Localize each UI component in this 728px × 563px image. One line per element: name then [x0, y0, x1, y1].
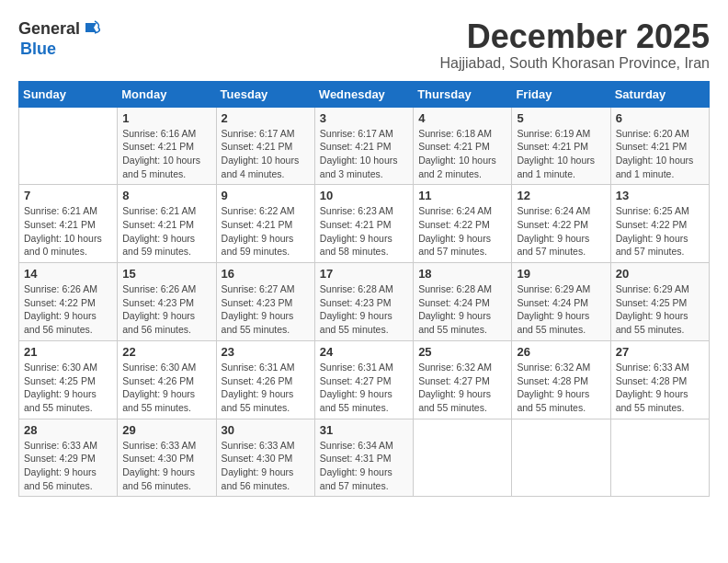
calendar-week-5: 28Sunrise: 6:33 AMSunset: 4:29 PMDayligh…	[19, 419, 710, 497]
day-info: Sunrise: 6:21 AMSunset: 4:21 PMDaylight:…	[24, 204, 112, 259]
day-info: Sunrise: 6:24 AMSunset: 4:22 PMDaylight:…	[517, 204, 605, 259]
calendar-cell: 11Sunrise: 6:24 AMSunset: 4:22 PMDayligh…	[414, 185, 512, 263]
calendar-cell: 23Sunrise: 6:31 AMSunset: 4:26 PMDayligh…	[216, 340, 314, 419]
calendar-cell: 20Sunrise: 6:29 AMSunset: 4:25 PMDayligh…	[610, 263, 709, 341]
calendar-cell: 7Sunrise: 6:21 AMSunset: 4:21 PMDaylight…	[19, 185, 118, 263]
calendar-cell: 6Sunrise: 6:20 AMSunset: 4:21 PMDaylight…	[610, 107, 709, 185]
day-number: 25	[418, 345, 506, 359]
day-number: 30	[222, 423, 310, 437]
day-info: Sunrise: 6:28 AMSunset: 4:24 PMDaylight:…	[418, 282, 506, 337]
header-tuesday: Tuesday	[216, 81, 314, 107]
calendar-cell: 3Sunrise: 6:17 AMSunset: 4:21 PMDaylight…	[314, 107, 413, 185]
day-info: Sunrise: 6:29 AMSunset: 4:24 PMDaylight:…	[517, 282, 605, 337]
day-number: 3	[320, 111, 408, 125]
day-number: 16	[222, 267, 310, 281]
day-number: 8	[122, 189, 210, 202]
calendar-cell: 15Sunrise: 6:26 AMSunset: 4:23 PMDayligh…	[118, 263, 216, 341]
day-info: Sunrise: 6:33 AMSunset: 4:29 PMDaylight:…	[24, 439, 112, 493]
title-section: December 2025 Hajjiabad, South Khorasan …	[439, 18, 710, 72]
day-info: Sunrise: 6:30 AMSunset: 4:26 PMDaylight:…	[122, 361, 210, 415]
day-number: 18	[418, 267, 506, 281]
header-thursday: Thursday	[414, 81, 512, 107]
day-info: Sunrise: 6:28 AMSunset: 4:23 PMDaylight:…	[320, 282, 408, 337]
day-info: Sunrise: 6:16 AMSunset: 4:21 PMDaylight:…	[122, 127, 210, 181]
calendar-cell: 30Sunrise: 6:33 AMSunset: 4:30 PMDayligh…	[216, 419, 314, 497]
calendar-cell: 31Sunrise: 6:34 AMSunset: 4:31 PMDayligh…	[314, 419, 413, 497]
page-header: General Blue December 2025 Hajjiabad, So…	[18, 18, 710, 72]
calendar-week-3: 14Sunrise: 6:26 AMSunset: 4:22 PMDayligh…	[19, 263, 710, 341]
day-number: 20	[616, 267, 704, 281]
calendar-cell: 17Sunrise: 6:28 AMSunset: 4:23 PMDayligh…	[314, 263, 413, 341]
day-info: Sunrise: 6:31 AMSunset: 4:27 PMDaylight:…	[320, 361, 408, 415]
calendar-cell: 10Sunrise: 6:23 AMSunset: 4:21 PMDayligh…	[314, 185, 413, 263]
day-number: 21	[24, 345, 112, 359]
calendar-week-2: 7Sunrise: 6:21 AMSunset: 4:21 PMDaylight…	[19, 185, 710, 263]
calendar-cell: 9Sunrise: 6:22 AMSunset: 4:21 PMDaylight…	[216, 185, 314, 263]
day-number: 31	[320, 423, 408, 437]
logo-flag-icon	[82, 18, 104, 40]
day-number: 14	[24, 267, 112, 281]
day-number: 23	[222, 345, 310, 359]
calendar-week-1: 1Sunrise: 6:16 AMSunset: 4:21 PMDaylight…	[19, 107, 710, 185]
day-info: Sunrise: 6:29 AMSunset: 4:25 PMDaylight:…	[616, 282, 704, 337]
day-number: 22	[122, 345, 210, 359]
day-number: 15	[122, 267, 210, 281]
day-info: Sunrise: 6:19 AMSunset: 4:21 PMDaylight:…	[517, 127, 605, 181]
day-number: 28	[24, 423, 112, 437]
day-info: Sunrise: 6:32 AMSunset: 4:28 PMDaylight:…	[517, 361, 605, 415]
calendar-cell: 13Sunrise: 6:25 AMSunset: 4:22 PMDayligh…	[610, 185, 709, 263]
calendar-cell: 1Sunrise: 6:16 AMSunset: 4:21 PMDaylight…	[118, 107, 216, 185]
day-number: 17	[320, 267, 408, 281]
header-monday: Monday	[118, 81, 216, 107]
day-number: 29	[122, 423, 210, 437]
calendar-cell	[610, 419, 709, 497]
calendar-cell: 2Sunrise: 6:17 AMSunset: 4:21 PMDaylight…	[216, 107, 314, 185]
day-info: Sunrise: 6:27 AMSunset: 4:23 PMDaylight:…	[222, 282, 310, 337]
calendar-cell: 18Sunrise: 6:28 AMSunset: 4:24 PMDayligh…	[414, 263, 512, 341]
calendar-cell: 12Sunrise: 6:24 AMSunset: 4:22 PMDayligh…	[512, 185, 610, 263]
day-number: 5	[517, 111, 605, 125]
calendar-cell	[414, 419, 512, 497]
day-info: Sunrise: 6:33 AMSunset: 4:30 PMDaylight:…	[122, 439, 210, 493]
calendar-cell: 27Sunrise: 6:33 AMSunset: 4:28 PMDayligh…	[610, 340, 709, 419]
calendar-cell: 29Sunrise: 6:33 AMSunset: 4:30 PMDayligh…	[118, 419, 216, 497]
day-number: 10	[320, 189, 408, 202]
calendar-cell	[512, 419, 610, 497]
calendar-cell: 16Sunrise: 6:27 AMSunset: 4:23 PMDayligh…	[216, 263, 314, 341]
day-number: 11	[418, 189, 506, 202]
calendar-cell: 24Sunrise: 6:31 AMSunset: 4:27 PMDayligh…	[314, 340, 413, 419]
header-friday: Friday	[512, 81, 610, 107]
calendar-cell: 28Sunrise: 6:33 AMSunset: 4:29 PMDayligh…	[19, 419, 118, 497]
location-title: Hajjiabad, South Khorasan Province, Iran	[439, 55, 710, 72]
day-info: Sunrise: 6:31 AMSunset: 4:26 PMDaylight:…	[222, 361, 310, 415]
day-number: 24	[320, 345, 408, 359]
day-info: Sunrise: 6:30 AMSunset: 4:25 PMDaylight:…	[24, 361, 112, 415]
day-number: 9	[222, 189, 310, 202]
day-number: 27	[616, 345, 704, 359]
day-info: Sunrise: 6:21 AMSunset: 4:21 PMDaylight:…	[122, 204, 210, 259]
day-number: 1	[122, 111, 210, 125]
calendar-cell: 26Sunrise: 6:32 AMSunset: 4:28 PMDayligh…	[512, 340, 610, 419]
day-info: Sunrise: 6:26 AMSunset: 4:22 PMDaylight:…	[24, 282, 112, 337]
day-number: 19	[517, 267, 605, 281]
calendar-cell: 14Sunrise: 6:26 AMSunset: 4:22 PMDayligh…	[19, 263, 118, 341]
calendar-header-row: SundayMondayTuesdayWednesdayThursdayFrid…	[19, 81, 710, 107]
logo-blue: Blue	[20, 40, 56, 58]
header-saturday: Saturday	[610, 81, 709, 107]
calendar-cell: 8Sunrise: 6:21 AMSunset: 4:21 PMDaylight…	[118, 185, 216, 263]
day-number: 2	[222, 111, 310, 125]
day-info: Sunrise: 6:33 AMSunset: 4:30 PMDaylight:…	[222, 439, 310, 493]
day-info: Sunrise: 6:17 AMSunset: 4:21 PMDaylight:…	[222, 127, 310, 181]
day-info: Sunrise: 6:26 AMSunset: 4:23 PMDaylight:…	[122, 282, 210, 337]
day-number: 6	[616, 111, 704, 125]
calendar-cell: 5Sunrise: 6:19 AMSunset: 4:21 PMDaylight…	[512, 107, 610, 185]
header-wednesday: Wednesday	[314, 81, 413, 107]
calendar-cell	[19, 107, 118, 185]
day-number: 4	[418, 111, 506, 125]
day-number: 13	[616, 189, 704, 202]
header-sunday: Sunday	[19, 81, 118, 107]
calendar-table: SundayMondayTuesdayWednesdayThursdayFrid…	[18, 81, 710, 498]
calendar-cell: 25Sunrise: 6:32 AMSunset: 4:27 PMDayligh…	[414, 340, 512, 419]
day-info: Sunrise: 6:20 AMSunset: 4:21 PMDaylight:…	[616, 127, 704, 181]
day-info: Sunrise: 6:34 AMSunset: 4:31 PMDaylight:…	[320, 439, 408, 493]
